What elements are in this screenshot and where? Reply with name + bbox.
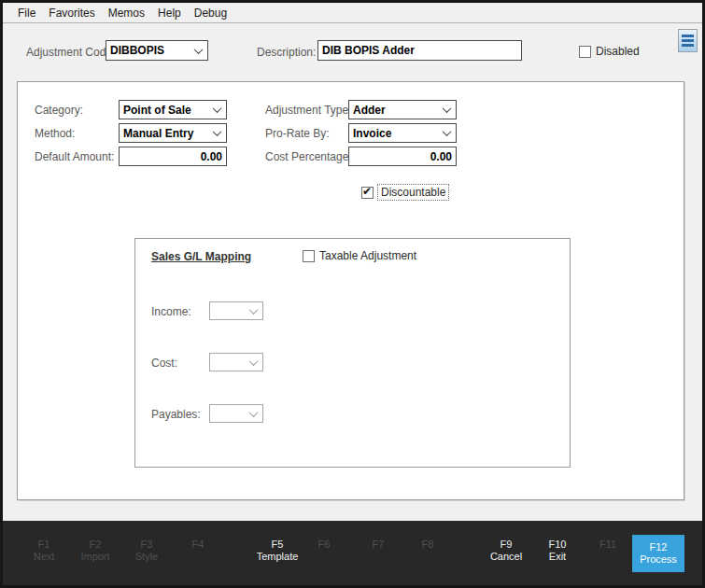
- menu-item-file[interactable]: File: [11, 7, 42, 20]
- cost-percentage-label: Cost Percentage:: [265, 150, 352, 163]
- menu-item-memos[interactable]: Memos: [102, 7, 151, 20]
- payables-label: Payables:: [151, 408, 201, 421]
- income-label: Income:: [151, 305, 191, 318]
- description-input[interactable]: [317, 40, 522, 61]
- form-panel: Category: Point of Sale Adjustment Type:…: [17, 81, 684, 500]
- chevron-down-icon: [443, 127, 452, 136]
- cost-percentage-input[interactable]: [348, 147, 457, 166]
- category-value: Point of Sale: [123, 104, 191, 117]
- adjustment-code-value: DIBBOPIS: [110, 44, 164, 57]
- menu-item-favorites[interactable]: Favorites: [42, 7, 101, 20]
- chevron-down-icon: [213, 127, 222, 136]
- adjustment-code-label: Adjustment Code:: [26, 46, 115, 59]
- adjustment-type-combo[interactable]: Adder: [348, 100, 457, 119]
- pro-rate-by-label: Pro-Rate By:: [265, 127, 330, 140]
- adjustment-type-label: Adjustment Type:: [265, 104, 352, 117]
- chevron-down-icon: [194, 45, 204, 54]
- gl-mapping-title: Sales G/L Mapping: [151, 250, 251, 263]
- check-icon: ✔: [362, 185, 372, 198]
- adjustment-type-value: Adder: [353, 104, 386, 117]
- app-window: File Favorites Memos Help Debug Adjustme…: [0, 0, 705, 588]
- cost-combo[interactable]: [209, 353, 263, 371]
- taxable-adjustment-checkbox[interactable]: ✔ Taxable Adjustment: [303, 249, 416, 262]
- fkey-f3: F3Style: [119, 539, 175, 563]
- chevron-down-icon: [249, 408, 259, 417]
- method-combo[interactable]: Manual Entry: [119, 123, 227, 143]
- menu-item-help[interactable]: Help: [151, 7, 188, 20]
- adjustment-code-combo[interactable]: DIBBOPIS: [106, 40, 208, 61]
- fkey-f7: F7: [350, 539, 406, 551]
- discountable-checkbox-box[interactable]: ✔: [361, 187, 374, 199]
- discountable-checkbox[interactable]: ✔ Discountable: [361, 185, 448, 200]
- fkey-f1: F1Next: [16, 539, 72, 563]
- method-value: Manual Entry: [123, 127, 193, 140]
- pro-rate-by-value: Invoice: [353, 127, 391, 140]
- chevron-down-icon: [249, 305, 259, 315]
- fkey-f2: F2Import: [67, 539, 123, 563]
- fkey-f12-process-button[interactable]: F12Process: [632, 535, 684, 572]
- pro-rate-by-combo[interactable]: Invoice: [348, 123, 457, 143]
- default-amount-input[interactable]: [119, 147, 227, 166]
- fkey-f4: F4: [170, 539, 226, 551]
- menu-button[interactable]: [678, 29, 698, 52]
- disabled-checkbox-label: Disabled: [596, 45, 640, 58]
- payables-combo[interactable]: [209, 404, 263, 423]
- description-label: Description:: [257, 46, 316, 59]
- fkey-f8: F8: [400, 539, 456, 551]
- fkey-f11: F11: [580, 539, 636, 551]
- taxable-adjustment-checkbox-box[interactable]: ✔: [303, 250, 315, 262]
- fkey-f6: F6: [296, 539, 352, 551]
- menu-item-debug[interactable]: Debug: [188, 7, 233, 20]
- chevron-down-icon: [213, 104, 222, 113]
- income-combo[interactable]: [209, 301, 263, 320]
- category-label: Category:: [35, 104, 83, 117]
- fkey-f9[interactable]: F9Cancel: [478, 539, 534, 563]
- menu-bar: File Favorites Memos Help Debug: [3, 3, 702, 23]
- chevron-down-icon: [443, 104, 452, 113]
- default-amount-label: Default Amount:: [35, 150, 114, 163]
- function-key-bar: F1Next F2Import F3Style F4 F5Template F6…: [3, 521, 702, 585]
- taxable-adjustment-checkbox-label: Taxable Adjustment: [319, 249, 416, 262]
- cost-label: Cost:: [151, 357, 177, 370]
- fkey-f10[interactable]: F10Exit: [529, 539, 585, 563]
- chevron-down-icon: [249, 357, 259, 366]
- disabled-checkbox-box[interactable]: ✔: [579, 46, 591, 58]
- disabled-checkbox[interactable]: ✔ Disabled: [579, 45, 640, 58]
- category-combo[interactable]: Point of Sale: [119, 100, 227, 119]
- method-label: Method:: [35, 127, 75, 140]
- discountable-checkbox-label: Discountable: [378, 185, 448, 200]
- gl-mapping-box: Sales G/L Mapping ✔ Taxable Adjustment I…: [134, 238, 571, 468]
